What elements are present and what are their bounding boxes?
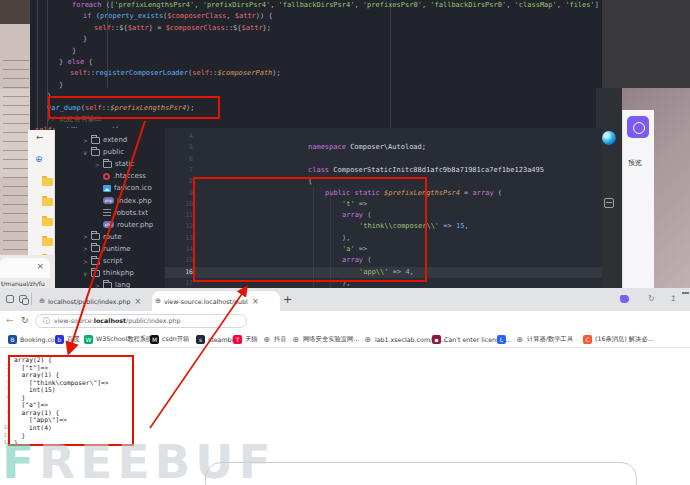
bookmark-item[interactable]: ⊕抖音 <box>262 333 287 345</box>
code-token: $composerPath <box>218 69 273 77</box>
tree-item-htaccess[interactable]: .htaccess <box>95 170 146 182</box>
code-token: $attr <box>235 12 256 20</box>
window-switch-icon[interactable] <box>604 198 614 208</box>
bookmark-item[interactable]: BBooking.com <box>8 333 61 345</box>
bookmark-item[interactable]: b百度 <box>55 333 80 345</box>
tab-close-icon[interactable]: × <box>252 297 259 306</box>
tree-item-label: robots.txt <box>114 209 148 217</box>
edge-browser-icon[interactable] <box>602 131 616 145</box>
code-token: 'prefixesPsr0' <box>363 1 422 9</box>
bookmark-favicon: M <box>150 335 159 344</box>
bookmark-favicon: W <box>84 335 93 344</box>
code-token: , <box>270 1 278 9</box>
code-line: if (property_exists($composerClass, $att… <box>83 12 273 21</box>
bookmark-item[interactable]: Mcsdn开箱 <box>150 333 189 345</box>
tree-item-extend[interactable]: >extend <box>83 134 127 146</box>
chevron-icon: ∨ <box>83 270 88 277</box>
background-browser-tab: × t/manual/zh/fu <box>0 255 55 290</box>
tree-item-runtime[interactable]: >runtime <box>83 243 131 255</box>
code-token: self <box>35 126 52 130</box>
code-token: self <box>94 24 111 32</box>
tree-item-script[interactable]: >script <box>83 255 123 267</box>
tree-item-label: extend <box>103 136 127 144</box>
code-token: , <box>557 1 565 9</box>
code-token: ([ <box>102 1 115 9</box>
refresh-ghost-icon[interactable]: ↻ <box>648 294 655 303</box>
tree-item-label: static <box>115 160 134 168</box>
annotation-box-code <box>193 177 427 282</box>
browser-tab-2[interactable]: ⊕view-source:localhost/public/ind× <box>152 291 280 311</box>
background-tab[interactable]: × <box>0 258 50 278</box>
bookmark-favicon: L <box>497 335 506 344</box>
minimize-icon[interactable] <box>682 292 689 294</box>
background-tab-url: t/manual/zh/fu <box>1 280 45 287</box>
code-token: foreach <box>72 1 102 9</box>
code-line: self::${$attr} = $composerClass::${$attr… <box>94 24 271 33</box>
extension-cloud-icon[interactable] <box>620 295 629 303</box>
folder-icon <box>91 245 100 252</box>
tree-item-indexphp[interactable]: phpindex.php <box>95 195 152 207</box>
tab-title: localhost/public/index.php <box>48 298 131 305</box>
code-token: ); <box>272 69 280 77</box>
tab-history-icon[interactable] <box>6 295 14 303</box>
code-token: , <box>464 222 468 230</box>
new-tab-button[interactable]: + <box>283 293 292 306</box>
tree-item-public[interactable]: ∨public <box>83 146 124 158</box>
code-line: class ComposerStaticInitc88d1afc9b8a7198… <box>308 165 544 176</box>
line-number: 8 <box>167 176 193 187</box>
close-icon[interactable]: × <box>36 261 44 271</box>
code-token: 'files' <box>565 1 595 9</box>
share-ghost-icon[interactable]: ↥ <box>670 294 677 303</box>
code-token: , <box>506 1 514 9</box>
bookmark-item[interactable]: T天猫 <box>233 333 258 345</box>
code-line: namespace Composer\Autoload; <box>308 142 426 153</box>
browser-tab-1[interactable]: ⊕localhost/public/index.php× <box>36 291 150 311</box>
code-token: ] <box>595 1 602 9</box>
refresh-button[interactable]: ↻ <box>21 315 29 325</box>
bookmark-item[interactable]: ssteambig <box>196 333 237 345</box>
tree-item-robotstxt[interactable]: robots.txt <box>95 207 148 219</box>
bookmark-item[interactable]: ⊕网络安全实验室网... <box>291 333 359 345</box>
tab-actions-icon[interactable] <box>19 295 27 303</box>
code-token: self <box>192 69 209 77</box>
bookmark-item[interactable]: WW3School教程系统... <box>84 333 158 345</box>
globe-icon: ⊕ <box>39 297 45 305</box>
tree-item-label: script <box>103 257 123 265</box>
address-bar[interactable]: ⓘ view-source:localhost/public/index.php <box>35 314 247 328</box>
tree-item-thinkphp[interactable]: ∨thinkphp <box>83 267 134 279</box>
line-number: 4 <box>167 131 193 142</box>
bookmark-favicon: b <box>55 335 64 344</box>
desktop-dark-area <box>602 0 690 90</box>
back-button[interactable]: ← <box>6 315 14 325</box>
ruler-guide <box>390 0 391 130</box>
preview-app-icon[interactable] <box>627 116 649 138</box>
tree-item-static[interactable]: >static <box>95 158 134 170</box>
bookmark-label: 百度 <box>67 335 80 344</box>
code-line: foreach (['prefixLengthsPsr4', 'prefixDi… <box>72 1 602 10</box>
folder-icon <box>103 161 112 168</box>
code-token: ::${ <box>111 24 128 32</box>
tree-item-routerphp[interactable]: phprouter.php <box>95 219 153 231</box>
tree-item-label: .htaccess <box>113 172 146 180</box>
tree-item-route[interactable]: >route <box>83 231 122 243</box>
folder-icon <box>91 137 100 144</box>
code-token: :: <box>209 69 217 77</box>
bookmark-label: csdn开箱 <box>162 335 189 344</box>
tree-item-faviconico[interactable]: favicon.ico <box>95 182 152 194</box>
code-token: Composer\Autoload; <box>346 143 426 151</box>
preview-panel: 预览 <box>622 110 654 290</box>
code-token: } <box>59 81 63 89</box>
annotation-box-output <box>8 355 134 446</box>
folder-icon <box>91 270 100 277</box>
code-line: } <box>83 35 87 44</box>
page-info-icon[interactable]: ⓘ <box>43 316 50 326</box>
bookmark-favicon: ▪ <box>432 335 441 344</box>
bookmark-item[interactable]: ⊕计算器/数学工具 <box>515 333 573 345</box>
tab-close-icon[interactable]: × <box>135 297 142 306</box>
floating-bar-outline <box>205 462 637 485</box>
bookmark-label: 抖音 <box>274 335 287 344</box>
folder-icon <box>42 218 53 226</box>
bookmark-item[interactable]: L <box>497 333 506 345</box>
bookmark-item[interactable]: C(16条消息) 解决必... <box>583 333 654 345</box>
tree-item-label: favicon.ico <box>114 184 152 192</box>
